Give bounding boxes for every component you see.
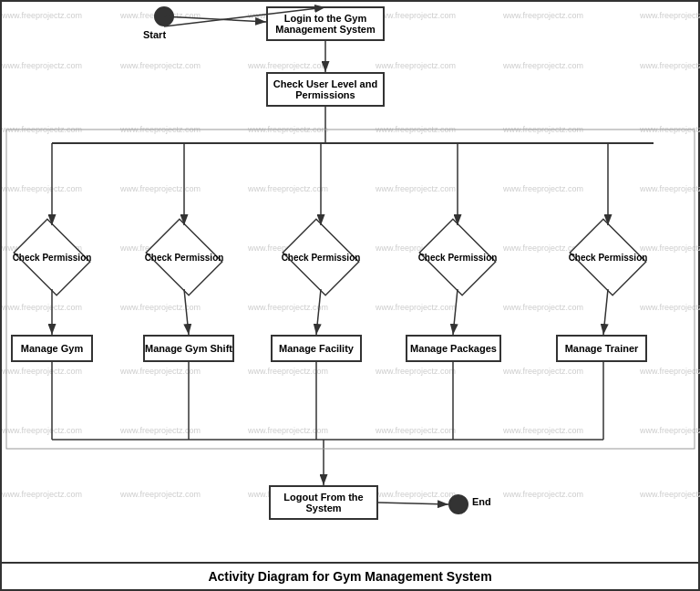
check-perm5-diamond: Check Permission [567,225,649,289]
start-circle [154,6,174,26]
watermark: www.freeprojectz.com [2,184,82,193]
watermark: www.freeprojectz.com [640,303,700,312]
watermark: www.freeprojectz.com [503,125,583,134]
manage-gym-shift-box: Manage Gym Shift [143,335,234,362]
watermark: www.freeprojectz.com [503,11,583,20]
watermark: www.freeprojectz.com [120,426,201,435]
watermark: www.freeprojectz.com [248,426,328,435]
watermark: www.freeprojectz.com [640,125,700,134]
watermark: www.freeprojectz.com [503,426,583,435]
manage-gym-box: Manage Gym [11,335,93,362]
diagram-area: www.freeprojectz.com www.freeprojectz.co… [2,2,698,567]
watermark: www.freeprojectz.com [120,125,201,134]
svg-line-2 [164,16,266,22]
watermark: www.freeprojectz.com [376,303,456,312]
watermark: www.freeprojectz.com [503,61,583,70]
watermark: www.freeprojectz.com [376,61,456,70]
check-perm4-diamond: Check Permission [417,225,499,289]
svg-line-15 [603,289,608,335]
watermark: www.freeprojectz.com [376,367,456,376]
watermark: www.freeprojectz.com [2,367,82,376]
logout-box: Logout From the System [269,485,378,520]
watermark: www.freeprojectz.com [248,367,328,376]
watermark: www.freeprojectz.com [248,184,328,193]
check-perm1-diamond: Check Permission [11,225,93,289]
watermark: www.freeprojectz.com [248,61,328,70]
check-perm2-diamond: Check Permission [143,225,225,289]
watermark: www.freeprojectz.com [2,490,82,499]
watermark: www.freeprojectz.com [120,367,201,376]
manage-facility-box: Manage Facility [271,335,362,362]
watermark: www.freeprojectz.com [120,61,201,70]
watermark: www.freeprojectz.com [120,490,201,499]
watermark: www.freeprojectz.com [640,184,700,193]
check-perm3-diamond: Check Permission [280,225,362,289]
watermark: www.freeprojectz.com [2,303,82,312]
main-container: www.freeprojectz.com www.freeprojectz.co… [0,0,700,591]
watermark: www.freeprojectz.com [376,11,456,20]
end-circle [448,494,468,514]
watermark: www.freeprojectz.com [503,367,583,376]
watermark: www.freeprojectz.com [376,125,456,134]
watermark: www.freeprojectz.com [640,61,700,70]
manage-packages-box: Manage Packages [406,335,501,362]
watermark: www.freeprojectz.com [503,490,583,499]
end-label: End [472,496,491,507]
start-label: Start [143,29,166,40]
svg-rect-24 [6,130,695,449]
watermark: www.freeprojectz.com [120,303,201,312]
watermark: www.freeprojectz.com [640,11,700,20]
watermark: www.freeprojectz.com [503,303,583,312]
watermark: www.freeprojectz.com [640,490,700,499]
watermark: www.freeprojectz.com [640,367,700,376]
watermark: www.freeprojectz.com [2,61,82,70]
watermark: www.freeprojectz.com [376,490,456,499]
watermark: www.freeprojectz.com [2,426,82,435]
watermark: www.freeprojectz.com [503,184,583,193]
watermark: www.freeprojectz.com [376,426,456,435]
watermark: www.freeprojectz.com [640,426,700,435]
svg-line-13 [316,289,321,335]
svg-line-14 [453,289,458,335]
watermark: www.freeprojectz.com [376,184,456,193]
watermark: www.freeprojectz.com [248,125,328,134]
watermark: www.freeprojectz.com [120,184,201,193]
check-user-level-box: Check User Level and Permissions [266,72,385,107]
login-box: Login to the Gym Management System [266,6,385,41]
manage-trainer-box: Manage Trainer [556,335,647,362]
watermark: www.freeprojectz.com [2,11,82,20]
watermark: www.freeprojectz.com [248,303,328,312]
svg-line-23 [378,503,448,504]
diagram-title: Activity Diagram for Gym Management Syst… [2,562,698,589]
watermark: www.freeprojectz.com [2,125,82,134]
